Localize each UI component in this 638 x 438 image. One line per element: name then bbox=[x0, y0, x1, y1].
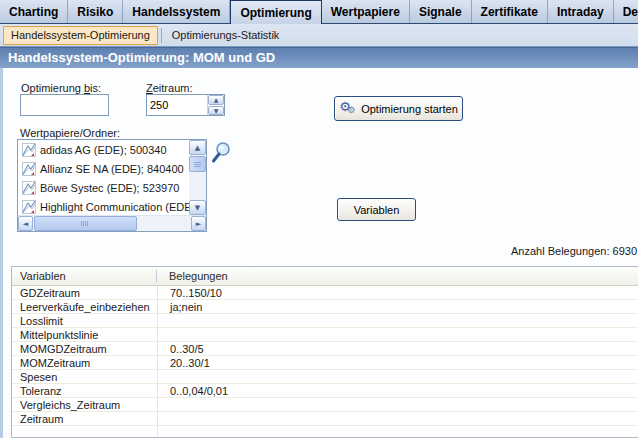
list-items: adidas AG (EDE); 500340 Allianz SE NA (E… bbox=[18, 140, 189, 215]
cell-belegung bbox=[157, 398, 638, 411]
spin-up-icon: ▲ bbox=[214, 96, 219, 103]
chart-icon bbox=[22, 200, 36, 214]
horizontal-scrollbar[interactable]: ◄ ► bbox=[18, 215, 206, 231]
column-header-variablen: Variablen bbox=[12, 270, 157, 283]
tab-handelssystem[interactable]: Handelssystem bbox=[123, 0, 230, 23]
table-row[interactable]: Toleranz 0..0,04/0,01 bbox=[12, 384, 638, 398]
application-window: Charting Risiko Handelssystem Optimierun… bbox=[0, 0, 638, 438]
variablen-button[interactable]: Variablen bbox=[337, 198, 416, 221]
scroll-right-button[interactable]: ► bbox=[191, 216, 206, 231]
list-item-label: Böwe Systec (EDE); 523970 bbox=[40, 182, 179, 194]
list-item-label: Allianz SE NA (EDE); 840400 bbox=[40, 163, 184, 175]
list-item[interactable]: adidas AG (EDE); 500340 bbox=[18, 140, 189, 159]
cell-belegung bbox=[157, 370, 638, 383]
vertical-scroll-thumb[interactable] bbox=[189, 156, 206, 172]
cell-variable: Vergleichs_Zeitraum bbox=[12, 398, 157, 411]
optimierung-bis-input[interactable] bbox=[20, 94, 109, 116]
table-row[interactable]: Spesen bbox=[12, 370, 638, 384]
cell-belegung: 20..30/1 bbox=[157, 356, 638, 369]
cell-variable: GDZeitraum bbox=[12, 286, 157, 299]
cell-variable: Losslimit bbox=[12, 314, 157, 327]
list-item[interactable]: Highlight Communication (EDE bbox=[18, 197, 189, 215]
list-item-label: adidas AG (EDE); 500340 bbox=[40, 144, 167, 156]
gears-icon: ⚙ ⚙ bbox=[339, 100, 356, 117]
cell-variable: MOMZeitraum bbox=[12, 356, 157, 369]
scroll-down-button[interactable]: ▼ bbox=[189, 200, 206, 215]
list-item-label: Highlight Communication (EDE bbox=[40, 201, 189, 213]
cell-belegung: 0..0,04/0,01 bbox=[157, 384, 638, 397]
table-row[interactable]: Losslimit bbox=[12, 314, 638, 328]
zeitraum-label: Zeitraum: bbox=[146, 82, 192, 94]
button-label: Variablen bbox=[354, 204, 400, 216]
scroll-down-icon: ▼ bbox=[195, 204, 200, 212]
tab-zertifikate[interactable]: Zertifikate bbox=[472, 0, 548, 23]
label-text: eitraum: bbox=[153, 82, 193, 94]
content-panel: Optimierung bis: Zeitraum: ▲ ▼ ⚙ ⚙ Optim… bbox=[0, 68, 638, 438]
spin-down-icon: ▼ bbox=[214, 107, 219, 114]
spin-up-button[interactable]: ▲ bbox=[208, 95, 224, 105]
list-item[interactable]: Allianz SE NA (EDE); 840400 bbox=[18, 159, 189, 178]
table-header: Variablen Belegungen bbox=[12, 267, 638, 286]
accesskey: Z bbox=[146, 82, 153, 94]
optimierung-bis-label: Optimierung bis: bbox=[21, 82, 101, 94]
table-row[interactable]: Leerverkäufe_einbeziehen ja;nein bbox=[12, 300, 638, 314]
table-row-empty[interactable] bbox=[12, 426, 638, 438]
cell-variable: Toleranz bbox=[12, 384, 157, 397]
zeitraum-spinner: ▲ ▼ bbox=[146, 94, 225, 116]
table-row[interactable]: MOMGDZeitraum 0..30/5 bbox=[12, 342, 638, 356]
spin-buttons: ▲ ▼ bbox=[207, 95, 224, 115]
main-tab-bar: Charting Risiko Handelssystem Optimierun… bbox=[0, 0, 638, 24]
gear-glyph: ⚙ bbox=[347, 105, 355, 115]
subtab-handelssystem-optimierung[interactable]: Handelssystem-Optimierung bbox=[3, 26, 158, 45]
tab-intraday[interactable]: Intraday bbox=[548, 0, 614, 23]
table-row[interactable]: GDZeitraum 70..150/10 bbox=[12, 286, 638, 300]
cell-variable: Zeitraum bbox=[12, 412, 157, 425]
cell-belegung bbox=[157, 328, 638, 341]
anzahl-belegungen-text: Anzahl Belegungen: 6930 bbox=[511, 245, 637, 257]
tab-risiko[interactable]: Risiko bbox=[68, 0, 123, 23]
horizontal-scroll-thumb[interactable] bbox=[34, 216, 137, 231]
tab-signale[interactable]: Signale bbox=[410, 0, 472, 23]
cell-belegung bbox=[157, 412, 638, 425]
tab-charting[interactable]: Charting bbox=[0, 0, 68, 23]
chart-icon bbox=[22, 162, 36, 176]
scroll-left-icon: ◄ bbox=[23, 220, 28, 228]
scroll-up-icon: ▲ bbox=[195, 144, 200, 152]
button-label: Optimierung starten bbox=[361, 103, 458, 115]
search-icon[interactable] bbox=[210, 141, 232, 165]
cell-belegung bbox=[157, 426, 638, 438]
table-row[interactable]: Mittelpunktslinie bbox=[12, 328, 638, 342]
label-text: Optimierung bbox=[21, 82, 84, 94]
variablen-table: Variablen Belegungen GDZeitraum 70..150/… bbox=[11, 266, 638, 438]
wertpapiere-ordner-label: Wertpapiere/Ordner: bbox=[20, 127, 120, 139]
table-row[interactable]: Zeitraum bbox=[12, 412, 638, 426]
column-header-belegungen: Belegungen bbox=[157, 270, 228, 282]
scroll-up-button[interactable]: ▲ bbox=[189, 140, 206, 155]
cell-belegung: 0..30/5 bbox=[157, 342, 638, 355]
cell-variable: Spesen bbox=[12, 370, 157, 383]
vertical-scrollbar[interactable]: ▲ ▼ bbox=[189, 140, 206, 215]
wertpapiere-listbox: adidas AG (EDE); 500340 Allianz SE NA (E… bbox=[17, 139, 207, 232]
tab-derivate[interactable]: Derivate bbox=[614, 0, 638, 23]
zeitraum-input[interactable] bbox=[147, 95, 207, 115]
cell-variable: Mittelpunktslinie bbox=[12, 328, 157, 341]
tab-wertpapiere[interactable]: Wertpapiere bbox=[322, 0, 410, 23]
spin-down-button[interactable]: ▼ bbox=[208, 106, 224, 116]
table-row[interactable]: Vergleichs_Zeitraum bbox=[12, 398, 638, 412]
chart-icon bbox=[22, 181, 36, 195]
optimierung-starten-button[interactable]: ⚙ ⚙ Optimierung starten bbox=[334, 96, 463, 121]
cell-belegung: 70..150/10 bbox=[157, 286, 638, 299]
subtab-divider bbox=[161, 28, 162, 43]
page-title: Handelssystem-Optimierung: MOM und GD bbox=[0, 47, 638, 68]
cell-variable: Leerverkäufe_einbeziehen bbox=[12, 300, 157, 313]
cell-belegung bbox=[157, 314, 638, 327]
subtab-optimierungs-statistik[interactable]: Optimierungs-Statistik bbox=[165, 26, 287, 45]
scroll-left-button[interactable]: ◄ bbox=[18, 216, 33, 231]
chart-icon bbox=[22, 143, 36, 157]
label-text: is: bbox=[90, 82, 101, 94]
table-row[interactable]: MOMZeitraum 20..30/1 bbox=[12, 356, 638, 370]
cell-variable bbox=[12, 426, 157, 438]
sub-tab-bar: Handelssystem-Optimierung Optimierungs-S… bbox=[0, 24, 638, 47]
list-item[interactable]: Böwe Systec (EDE); 523970 bbox=[18, 178, 189, 197]
tab-optimierung[interactable]: Optimierung bbox=[230, 0, 321, 24]
